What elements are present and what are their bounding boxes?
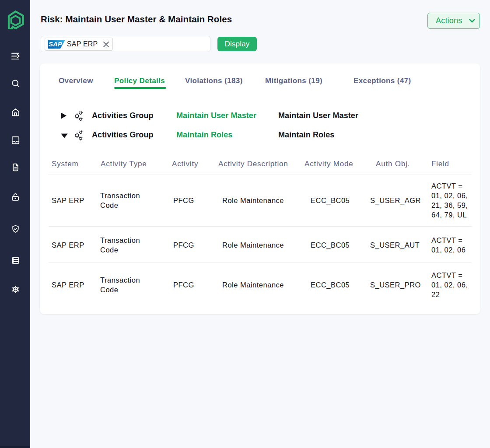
svg-text:SAP: SAP bbox=[49, 40, 63, 48]
